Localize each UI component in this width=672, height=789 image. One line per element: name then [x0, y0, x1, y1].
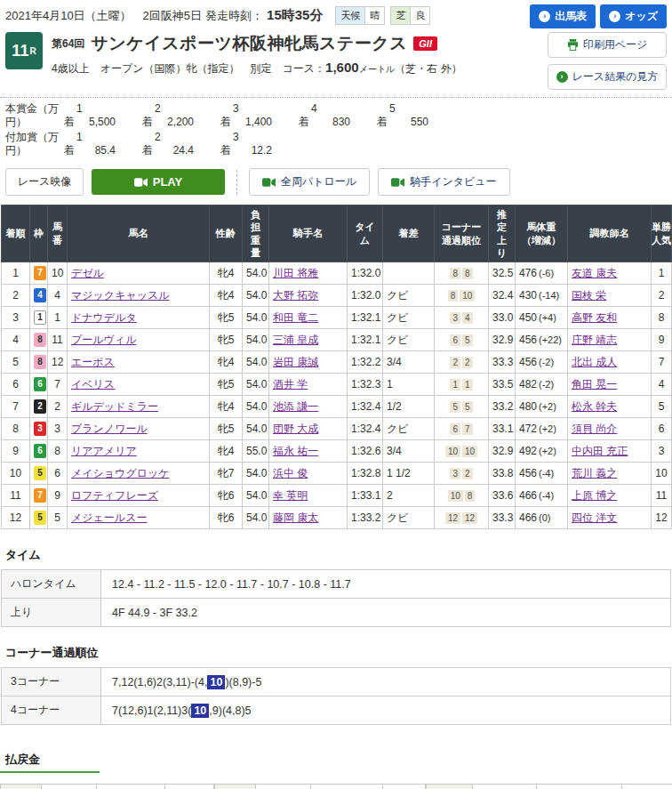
jockey-link[interactable]: 川田 将雅	[273, 267, 318, 279]
horse-link[interactable]: ロフティフレーズ	[71, 489, 158, 502]
arrow-circle-icon: ›	[609, 11, 620, 22]
last-3f: 33.0	[489, 307, 516, 329]
trainer-link[interactable]: 友道 康夫	[572, 267, 617, 279]
jockey-link[interactable]: 浜中 俊	[273, 467, 308, 479]
jockey-link[interactable]: 幸 英明	[273, 489, 308, 502]
print-page-label: 印刷用ページ	[583, 37, 648, 52]
jockey-link[interactable]: 三浦 皇成	[273, 334, 318, 346]
odds-button[interactable]: › オッズ	[600, 4, 667, 28]
horse-number: 6	[48, 463, 68, 485]
frame-badge: 3	[34, 422, 46, 436]
last-3f: 32.9	[489, 440, 516, 463]
margin: クビ	[383, 307, 435, 329]
horse-link[interactable]: ドナウデルタ	[71, 311, 137, 324]
main-prize-row: 本賞金（万 円） 1着5,500 2着2,200 3着1,400 4着830 5…	[5, 102, 667, 129]
finish-position: 9	[2, 440, 30, 463]
trainer-link[interactable]: 四位 洋文	[572, 511, 617, 524]
corner-pos-badge: 12	[445, 512, 460, 524]
finish-position: 7	[2, 396, 30, 418]
horse-link[interactable]: マジックキャッスル	[71, 289, 170, 302]
impost: 54.0	[243, 351, 269, 374]
trainer-link[interactable]: 須貝 尚介	[572, 423, 617, 435]
finish-time: 1:32.4	[348, 418, 383, 440]
patrol-video-button[interactable]: 全周パトロール	[249, 168, 370, 196]
turf-label-badge: 芝	[390, 6, 410, 25]
arrow-circle-icon: ›	[539, 11, 550, 22]
play-button[interactable]: PLAY	[92, 169, 225, 195]
jockey-link[interactable]: 福永 祐一	[273, 445, 318, 457]
prize-block: 本賞金（万 円） 1着5,500 2着2,200 3着1,400 4着830 5…	[0, 102, 672, 163]
horse-link[interactable]: メジェールスー	[71, 511, 147, 524]
video-button-row: レース映像 PLAY 全周パトロール 騎手インタビュー	[0, 163, 672, 205]
race-video-button[interactable]: レース映像	[5, 168, 84, 196]
finish-position: 10	[2, 463, 30, 485]
jockey-link[interactable]: 大野 拓弥	[273, 289, 318, 302]
jockey-link[interactable]: 酒井 学	[273, 378, 308, 390]
jockey-link[interactable]: 池添 謙一	[273, 400, 318, 413]
trainer-link[interactable]: 角田 晃一	[572, 378, 617, 390]
jockey-interview-button[interactable]: 騎手インタビュー	[378, 168, 509, 196]
trainer-link[interactable]: 庄野 靖志	[572, 334, 617, 346]
corner-pos-badge: 10	[462, 446, 477, 457]
trainer-link[interactable]: 上原 博之	[572, 489, 617, 502]
jockey-link[interactable]: 藤岡 康太	[273, 511, 318, 524]
printer-icon	[567, 39, 579, 51]
bet-type-label: 単勝	[1, 785, 42, 789]
last-up-value: 4F 44.9 - 3F 33.2	[101, 599, 671, 627]
sex-age: 牝6	[210, 507, 243, 529]
result-guide-button[interactable]: › レース結果の見方	[548, 64, 667, 90]
sex-age: 牝4	[210, 262, 243, 285]
trainer-link[interactable]: 荒川 義之	[572, 467, 617, 479]
jockey-link[interactable]: 和田 竜二	[273, 311, 318, 324]
horse-link[interactable]: エーポス	[71, 356, 115, 368]
last-3f: 32.9	[489, 329, 516, 351]
margin	[383, 262, 435, 285]
corner-pos-badge: 2	[462, 357, 473, 368]
race-number-box: 11R	[5, 32, 43, 69]
race-date-line: 2021年4月10日（土曜） 2回阪神5日 発走時刻： 15時35分 天候 晴 …	[5, 4, 430, 25]
corner-pos-badge: 2	[450, 357, 460, 368]
corner-pos-badge: 1	[462, 379, 473, 390]
trainer-link[interactable]: 松永 幹夫	[572, 400, 617, 413]
frame-badge: 8	[34, 333, 46, 347]
last-3f: 33.1	[489, 418, 516, 440]
sex-age: 牝6	[210, 485, 243, 507]
col-horse-name: 馬名	[68, 205, 210, 262]
impost: 54.0	[243, 463, 269, 485]
horse-link[interactable]: リアアメリア	[71, 445, 137, 457]
table-row: 3 1 1 ドナウデルタ 牝5 54.0 和田 竜二 1:32.1 クビ 34 …	[2, 307, 672, 329]
trainer-link[interactable]: 中内田 充正	[572, 445, 628, 457]
horse-link[interactable]: ギルデッドミラー	[71, 400, 158, 413]
payout-section-title: 払戻金	[5, 752, 667, 768]
corner-pos-badge: 12	[462, 512, 477, 524]
horse-link[interactable]: メイショウグロッケ	[71, 467, 170, 479]
margin: クビ	[383, 418, 435, 440]
col-trainer: 調教師名	[568, 205, 652, 262]
col-corner-order: コーナー 通過順位	[435, 205, 489, 262]
horse-link[interactable]: デゼル	[71, 267, 104, 279]
race-conditions: 4歳以上 オープン（国際）牝（指定） 別定 コース：1,600メートル（芝・右 …	[52, 60, 546, 76]
jockey-link[interactable]: 岩田 康誠	[273, 356, 318, 368]
table-row: 2 4 4 マジックキャッスル 牝4 54.0 大野 拓弥 1:32.0 クビ …	[2, 285, 672, 307]
frame-badge: 5	[34, 511, 46, 525]
table-row: 11 7 9 ロフティフレーズ 牝6 54.0 幸 英明 1:33.1 2 10…	[2, 485, 672, 507]
video-camera-icon	[262, 178, 276, 187]
horse-weight: 456	[519, 467, 537, 479]
highlighted-horse: 10	[207, 675, 225, 689]
trainer-link[interactable]: 高野 友和	[572, 311, 617, 324]
finish-time: 1:32.6	[348, 440, 383, 463]
finish-position: 6	[2, 374, 30, 396]
horse-link[interactable]: ブランノワール	[71, 423, 148, 435]
finish-position: 12	[2, 507, 30, 529]
horse-link[interactable]: イベリス	[71, 378, 115, 390]
start-time: 15時35分	[267, 7, 323, 24]
print-page-button[interactable]: 印刷用ページ	[548, 32, 667, 58]
frame-badge: 4	[34, 288, 46, 302]
trainer-link[interactable]: 北出 成人	[572, 356, 617, 368]
horse-link[interactable]: プールヴィル	[71, 334, 136, 346]
jockey-link[interactable]: 団野 大成	[273, 423, 318, 435]
impost: 54.0	[243, 485, 269, 507]
entry-table-button[interactable]: › 出馬表	[530, 4, 596, 28]
trainer-link[interactable]: 国枝 栄	[572, 289, 606, 302]
impost: 54.0	[243, 262, 269, 285]
